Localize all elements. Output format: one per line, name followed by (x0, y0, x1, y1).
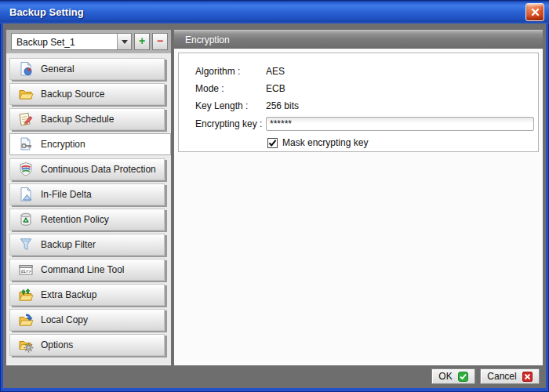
general-icon (18, 61, 34, 77)
encrypting-key-row: Encrypting key : (195, 114, 538, 133)
encrypting-key-input[interactable] (266, 117, 534, 131)
sidebar-item-label: General (41, 64, 75, 74)
encryption-panel: Encryption Algorithm : AES Mode : ECB Ke… (174, 30, 543, 365)
encrypting-key-label: Encrypting key : (195, 118, 266, 129)
backup-set-toolbar: Backup Set_1 + − (6, 30, 171, 53)
mask-key-row: Mask encrypting key (267, 137, 538, 148)
sidebar-item-backup-source[interactable]: Backup Source (9, 83, 165, 105)
backup-schedule-icon (18, 111, 34, 127)
mode-row: Mode : ECB (195, 80, 538, 97)
cancel-button-label: Cancel (487, 371, 516, 382)
retention-policy-icon (18, 212, 34, 227)
svg-text:dir>: dir> (21, 269, 32, 274)
checkmark-icon (268, 139, 277, 147)
key-length-value: 256 bits (266, 100, 299, 111)
titlebar: Backup Setting (0, 0, 549, 24)
encryption-fields-box: Algorithm : AES Mode : ECB Key Length : … (178, 53, 539, 152)
cancel-button[interactable]: Cancel (480, 368, 540, 384)
sidebar-item-backup-schedule[interactable]: Backup Schedule (9, 108, 165, 130)
sidebar: Backup Set_1 + − (6, 30, 171, 365)
sidebar-nav-list: General Backup Source (6, 53, 171, 365)
sidebar-item-label: Retention Policy (41, 214, 109, 225)
sidebar-item-continuous-data-protection[interactable]: Continuous Data Protection (9, 158, 165, 180)
sidebar-item-label: Encryption (41, 139, 85, 150)
in-file-delta-icon (18, 187, 34, 202)
sidebar-item-general[interactable]: General (9, 58, 165, 80)
panel-content: Algorithm : AES Mode : ECB Key Length : … (174, 49, 543, 365)
sidebar-item-label: Backup Filter (41, 239, 96, 250)
sidebar-item-encryption[interactable]: Encryption (9, 133, 171, 155)
sidebar-item-in-file-delta[interactable]: In-File Delta (9, 183, 165, 205)
sidebar-item-options[interactable]: Options (9, 334, 165, 356)
sidebar-item-retention-policy[interactable]: Retention Policy (9, 209, 165, 230)
algorithm-label: Algorithm : (195, 66, 266, 77)
mask-encrypting-key-label: Mask encrypting key (282, 137, 368, 148)
algorithm-value: AES (266, 66, 285, 77)
sidebar-item-local-copy[interactable]: Local Copy (9, 309, 165, 331)
command-line-tool-icon: dir> (18, 262, 34, 278)
combo-dropdown-button[interactable] (117, 34, 131, 49)
sidebar-item-backup-filter[interactable]: Backup Filter (9, 234, 165, 256)
backup-source-icon (18, 86, 34, 102)
close-icon (531, 8, 540, 16)
panel-header: Encryption (174, 30, 543, 49)
minus-icon: − (157, 34, 163, 47)
sidebar-item-label: Options (41, 339, 73, 350)
local-copy-icon (18, 312, 34, 328)
sidebar-item-label: Backup Schedule (41, 114, 114, 125)
key-length-row: Key Length : 256 bits (195, 97, 538, 114)
ok-button[interactable]: OK (431, 368, 475, 384)
backup-set-value: Backup Set_1 (12, 34, 117, 49)
backup-filter-icon (18, 237, 34, 252)
sidebar-item-label: In-File Delta (41, 189, 92, 200)
sidebar-item-label: Backup Source (41, 89, 104, 100)
options-icon (18, 337, 34, 353)
ok-button-label: OK (438, 371, 452, 382)
mode-value: ECB (266, 83, 285, 94)
chevron-down-icon (122, 40, 128, 47)
add-backup-set-button[interactable]: + (134, 33, 150, 50)
dialog-body: Backup Set_1 + − (3, 24, 546, 388)
continuous-data-protection-icon (18, 162, 34, 177)
close-button[interactable] (525, 3, 544, 21)
sidebar-item-label: Command Line Tool (41, 264, 125, 275)
cancel-x-icon (522, 372, 533, 382)
sidebar-item-label: Continuous Data Protection (41, 164, 156, 175)
backup-setting-dialog: Backup Setting Backup Set_1 + − (0, 0, 549, 392)
sidebar-item-label: Extra Backup (41, 289, 96, 300)
key-length-label: Key Length : (195, 100, 266, 111)
plus-icon: + (139, 34, 145, 47)
remove-backup-set-button[interactable]: − (152, 33, 168, 50)
algorithm-row: Algorithm : AES (195, 63, 538, 80)
backup-set-select[interactable]: Backup Set_1 (11, 33, 132, 50)
encryption-icon (18, 136, 34, 152)
sidebar-item-command-line-tool[interactable]: dir> Command Line Tool (9, 259, 165, 281)
mask-encrypting-key-checkbox[interactable] (267, 138, 278, 148)
window-title: Backup Setting (9, 1, 84, 24)
mode-label: Mode : (195, 83, 266, 94)
extra-backup-icon (18, 287, 34, 303)
ok-check-icon (458, 372, 468, 382)
sidebar-item-extra-backup[interactable]: Extra Backup (9, 284, 165, 306)
sidebar-item-label: Local Copy (41, 314, 88, 325)
